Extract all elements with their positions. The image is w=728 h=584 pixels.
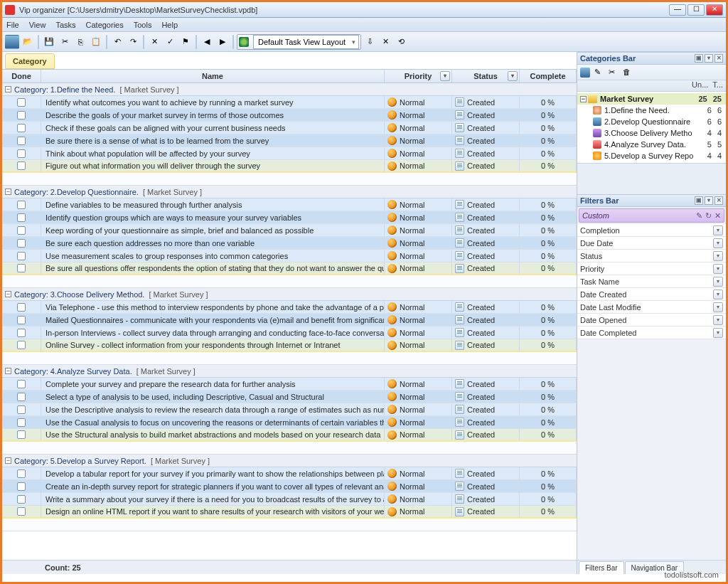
collapse-icon[interactable]: − [5,457,11,464]
filter-custom[interactable]: Custom ✎ ↻ ✕ [579,208,724,223]
task-row[interactable]: Use the Casual analysis to focus on unco… [2,416,577,429]
tree-item[interactable]: 5.Develop a Survey Repo44 [577,150,726,161]
tree-collapse-icon[interactable]: − [580,96,587,102]
back-icon[interactable]: ◀ [200,35,214,49]
done-checkbox[interactable] [17,264,26,272]
col-status[interactable]: Status▾ [452,70,520,83]
task-row[interactable]: Identify what outcomes you want to achie… [2,96,577,109]
cut-icon[interactable]: ✂ [58,35,72,49]
category-tree[interactable]: −Market Survey25251.Define the Need.662.… [577,92,726,164]
panel-close-icon[interactable]: ✕ [714,54,723,63]
done-checkbox[interactable] [17,213,26,222]
filter-item[interactable]: Completion▾ [577,224,726,237]
category-group-row[interactable]: −Category: 3.Choose Delivery Method. [ M… [2,288,577,301]
filter-del-icon[interactable]: ✕ [714,211,721,221]
menu-tools[interactable]: Tools [134,21,152,29]
maximize-button[interactable]: ☐ [687,4,705,16]
task-row[interactable]: Figure out what information you will del… [2,160,577,173]
grid-body[interactable]: −Category: 1.Define the Need. [ Market S… [2,83,577,560]
task-row[interactable]: Be sure all questions offer respondents … [2,262,577,275]
filter-item[interactable]: Date Created▾ [577,288,726,301]
done-checkbox[interactable] [17,201,26,209]
panel-pin-icon[interactable]: ▣ [695,54,703,63]
done-checkbox[interactable] [17,469,26,478]
minimize-button[interactable]: — [669,4,686,16]
cat-edit-icon[interactable]: ✎ [594,68,604,78]
filter-dropdown-icon[interactable]: ▾ [713,225,723,235]
filter-clear-icon[interactable]: ↻ [705,211,712,221]
task-row[interactable]: Online Survey - collect information from… [2,339,577,352]
done-checkbox[interactable] [17,316,26,324]
undo-icon[interactable]: ↶ [110,35,124,49]
category-group-row[interactable]: −Category: 2.Develop Questionnaire. [ Ma… [2,186,577,198]
task-row[interactable]: Design an online HTML report if you want… [2,506,577,519]
task-row[interactable]: Describe the goals of your market survey… [2,109,577,122]
done-checkbox[interactable] [17,161,26,170]
collapse-icon[interactable]: − [5,291,11,297]
tree-item[interactable]: −Market Survey2525 [577,93,726,105]
col-priority[interactable]: Priority▾ [385,70,452,83]
extra-icon-1[interactable]: ⇩ [363,35,377,49]
tree-item[interactable]: 1.Define the Need.66 [577,105,726,116]
menu-categories[interactable]: Categories [86,21,124,29]
task-row[interactable]: Be sure there is a sense of what is to b… [2,134,577,147]
cat-del-icon[interactable]: 🗑 [623,68,633,78]
done-checkbox[interactable] [17,495,26,504]
col-complete[interactable]: Complete [520,70,577,83]
menu-file[interactable]: File [6,21,19,29]
done-checkbox[interactable] [17,430,26,439]
filter-item[interactable]: Date Last Modifie▾ [577,301,726,314]
done-checkbox[interactable] [17,341,26,349]
done-checkbox[interactable] [17,252,26,260]
col-name[interactable]: Name [41,70,385,83]
filter-item[interactable]: Task Name▾ [577,275,726,288]
filter-dropdown-icon[interactable]: ▾ [713,315,723,325]
collapse-icon[interactable]: − [5,86,11,92]
task-row[interactable]: Mailed Questionnaires - communicate with… [2,314,577,326]
task-row[interactable]: Be sure each question addresses no more … [2,237,577,250]
menu-view[interactable]: View [29,21,46,29]
filter-item[interactable]: Priority▾ [577,262,726,275]
done-checkbox[interactable] [17,507,26,516]
redo-icon[interactable]: ↷ [126,35,140,49]
filter-item[interactable]: Due Date▾ [577,237,726,250]
task-row[interactable]: Select a type of analysis to be used, in… [2,391,577,403]
done-checkbox[interactable] [17,239,26,248]
delete-icon[interactable]: ✕ [147,35,161,49]
task-row[interactable]: Create an in-depth survey report for str… [2,480,577,493]
menu-help[interactable]: Help [161,21,178,29]
task-row[interactable]: Complete your survey and prepare the res… [2,378,577,391]
category-group-row[interactable]: −Category: 4.Analyze Survey Data. [ Mark… [2,365,577,378]
task-row[interactable]: Think about what population will be affe… [2,147,577,160]
menu-tasks[interactable]: Tasks [55,21,75,29]
done-checkbox[interactable] [17,405,26,414]
paste-icon[interactable]: 📋 [89,35,103,49]
task-row[interactable]: Use the Descriptive analysis to review t… [2,403,577,416]
done-checkbox[interactable] [17,98,26,107]
done-checkbox[interactable] [17,111,26,120]
fpanel-close-icon[interactable]: ✕ [714,196,723,205]
task-row[interactable]: Via Telephone - use this method to inter… [2,301,577,314]
done-checkbox[interactable] [17,329,26,337]
layout-selector[interactable]: Default Task View Layout [237,34,361,50]
extra-icon-2[interactable]: ✕ [378,35,392,49]
filter-dropdown-icon[interactable]: ▾ [713,251,723,261]
task-row[interactable]: Define variables to be measured through … [2,198,577,211]
fpanel-pin-icon[interactable]: ▣ [695,196,703,205]
filter-dropdown-icon[interactable]: ▾ [713,264,723,274]
task-row[interactable]: Develop a tabular report for your survey… [2,467,577,480]
filter-dropdown-icon[interactable]: ▾ [713,328,723,338]
category-group-row[interactable]: −Category: 5.Develop a Survey Report. [ … [2,455,577,467]
done-checkbox[interactable] [17,482,26,491]
tree-item[interactable]: 4.Analyze Survey Data.55 [577,139,726,150]
fpanel-opt-icon[interactable]: ▾ [705,196,713,205]
filter-dropdown-icon[interactable]: ▾ [713,302,723,312]
forward-icon[interactable]: ▶ [215,35,230,49]
close-button[interactable]: ✕ [706,4,723,16]
task-row[interactable]: Check if these goals can be aligned with… [2,122,577,134]
task-row[interactable]: Identify question groups which are ways … [2,211,577,224]
filter-dropdown-icon[interactable]: ▾ [713,277,723,287]
category-group-row[interactable]: −Category: 1.Define the Need. [ Market S… [2,83,577,96]
task-row[interactable]: In-person Interviews - collect survey da… [2,326,577,339]
filter-dropdown-icon[interactable]: ▾ [713,290,723,299]
